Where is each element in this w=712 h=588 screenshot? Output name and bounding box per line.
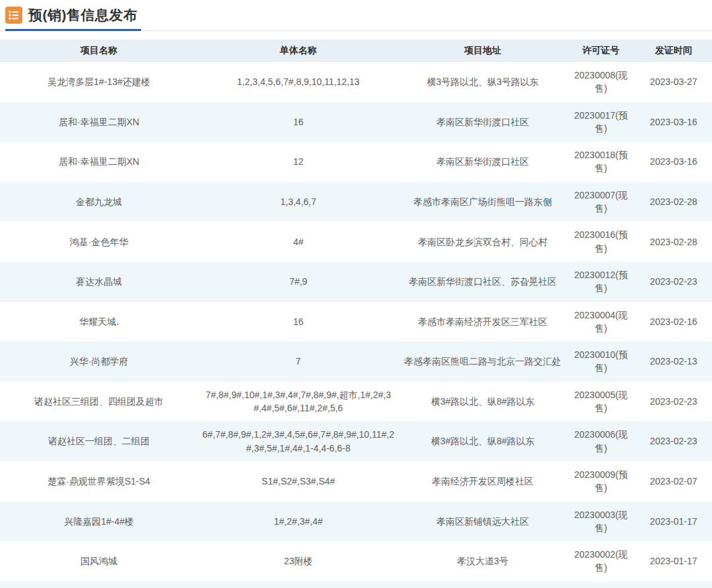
cell-project-name: 居和·幸福里二期XN: [0, 102, 198, 142]
cell-issue-date: 2023-02-23: [635, 262, 712, 302]
cell-unit-name: 16: [198, 102, 399, 142]
cell-unit-name: 1,2,3,4,5,6,7#,8,9,10,11,12,13: [198, 62, 399, 102]
cell-license-number: 20230018(预售): [567, 142, 636, 182]
cell-project-address: 横3号路以北、纵3号路以东: [399, 62, 567, 102]
col-header-project: 项目名称: [0, 40, 198, 62]
cell-project-name: 赛达水晶城: [0, 262, 198, 302]
cell-license-number: 20230004(现售): [567, 302, 636, 342]
table-row: 楚霖·鼎观世界紫境S1-S4 S1#,S2#,S3#,S4# 孝南经济开发区周楼…: [0, 461, 712, 502]
cell-project-address: 孝南区新华街渡口社区、苏旮晃社区: [399, 262, 567, 302]
cell-unit-name: 16: [198, 302, 399, 342]
table-row: 居和·幸福里二期XN 16 孝南区新华街渡口社区 20230017(预售) 20…: [0, 102, 712, 142]
cell-project-address: 孝汉大道3号: [399, 541, 567, 581]
cell-unit-name: S1#,S2#,S3#,S4#: [198, 461, 399, 502]
cell-project-address: 孝感市临空经济区科创路以北: [399, 581, 567, 588]
cell-unit-name: 7#,9: [198, 262, 399, 302]
cell-license-number: 20230009(预售): [567, 461, 636, 502]
table-row: 清控科创（孝感）创新基地（一期） G2,G4,G5 孝感市临空经济区科创路以北 …: [0, 581, 712, 588]
cell-unit-name: 7: [198, 341, 399, 382]
cell-license-number: 20230006(预售): [567, 581, 636, 588]
cell-license-number: 20230012(预售): [567, 262, 636, 302]
cell-unit-name: G2,G4,G5: [198, 581, 399, 588]
col-header-unit: 单体名称: [198, 40, 399, 62]
title-divider-accent: [5, 29, 141, 31]
cell-license-number: 20230003(现售): [567, 502, 636, 542]
cell-license-number: 20230017(预售): [567, 102, 636, 142]
table-row: 吴龙湾多层1#-13#还建楼 1,2,3,4,5,6,7#,8,9,10,11,…: [0, 62, 712, 102]
cell-issue-date: 2023-02-28: [635, 221, 712, 262]
cell-license-number: 20230005(现售): [567, 382, 636, 422]
cell-license-number: 20230006(现售): [567, 421, 636, 461]
cell-issue-date: 2023-02-13: [635, 341, 712, 382]
cell-issue-date: 2023-02-28: [635, 182, 712, 222]
cell-issue-date: 2023-01-17: [635, 502, 712, 542]
table-head: 项目名称 单体名称 项目地址 许可证号 发证时间: [0, 40, 712, 62]
table-row: 赛达水晶城 7#,9 孝南区新华街渡口社区、苏旮晃社区 20230012(预售)…: [0, 262, 712, 302]
list-icon: [5, 7, 22, 24]
table-row: 国风鸿城 23附楼 孝汉大道3号 20230002(现售) 2023-01-17: [0, 541, 712, 581]
table-row: 诸赵社区一组团、二组团 6#,7#,8#,9#,1,2#,3#,4,5#,6#,…: [0, 421, 712, 461]
table-row: 金都九龙城 1,3,4,6,7 孝感市孝南区广场街熊咀一路东侧 20230007…: [0, 182, 712, 222]
cell-issue-date: 2023-03-27: [635, 62, 712, 102]
col-header-address: 项目地址: [399, 40, 567, 62]
table-row: 鸿基·金色年华 4# 孝南区卧龙乡滨双合村、同心村 20230016(预售) 2…: [0, 221, 712, 262]
cell-project-name: 兴华·尚都学府: [0, 341, 198, 382]
presale-info-page: 预(销)售信息发布 项目名称 单体名称 项目地址 许可证号 发证时间 吴龙湾多层…: [0, 0, 712, 588]
col-header-license: 许可证号: [567, 40, 636, 62]
cell-unit-name: 12: [198, 142, 399, 182]
cell-issue-date: 2023-02-23: [635, 382, 712, 422]
cell-project-name: 居和·幸福里二期XN: [0, 142, 198, 182]
table-body: 吴龙湾多层1#-13#还建楼 1,2,3,4,5,6,7#,8,9,10,11,…: [0, 62, 712, 588]
table-row: 兴华·尚都学府 7 孝感孝南区熊咀二路与北京一路交汇处 20230010(预售)…: [0, 341, 712, 382]
cell-project-name: 诸赵社区一组团、二组团: [0, 421, 198, 461]
cell-project-name: 鸿基·金色年华: [0, 221, 198, 262]
cell-unit-name: 23附楼: [198, 541, 399, 581]
cell-project-address: 孝南区新铺镇远大社区: [399, 502, 567, 542]
cell-unit-name: 6#,7#,8#,9#,1,2#,3#,4,5#,6#,7#,8#,9#,10,…: [198, 421, 399, 461]
cell-issue-date: 2023-03-16: [635, 142, 712, 182]
cell-project-name: 楚霖·鼎观世界紫境S1-S4: [0, 461, 198, 502]
cell-license-number: 20230008(现售): [567, 62, 636, 102]
cell-project-name: 诸赵社区三组团、四组团及超市: [0, 382, 198, 422]
cell-project-address: 孝感市孝南经济开发区三军社区: [399, 302, 567, 342]
cell-unit-name: 1,3,4,6,7: [198, 182, 399, 222]
cell-issue-date: 2023-01-17: [635, 541, 712, 581]
cell-issue-date: 2023-01-16: [635, 581, 712, 588]
title-divider: [0, 29, 712, 31]
cell-project-name: 吴龙湾多层1#-13#还建楼: [0, 62, 198, 102]
cell-license-number: 20230010(预售): [567, 341, 636, 382]
cell-license-number: 20230002(现售): [567, 541, 636, 581]
table-row: 居和·幸福里二期XN 12 孝南区新华街渡口社区 20230018(预售) 20…: [0, 142, 712, 182]
cell-issue-date: 2023-02-23: [635, 421, 712, 461]
cell-issue-date: 2023-02-07: [635, 461, 712, 502]
cell-project-address: 孝南经济开发区周楼社区: [399, 461, 567, 502]
cell-unit-name: 7#,8#,9#,10#,1#,3#,4#,7#,8#,9#,超市,1#,2#,…: [198, 382, 399, 422]
cell-project-name: 华耀天城.: [0, 302, 198, 342]
cell-project-address: 横3#路以北、纵8#路以东: [399, 421, 567, 461]
cell-project-name: 金都九龙城: [0, 182, 198, 222]
cell-project-address: 孝感孝南区熊咀二路与北京一路交汇处: [399, 341, 567, 382]
table-row: 诸赵社区三组团、四组团及超市 7#,8#,9#,10#,1#,3#,4#,7#,…: [0, 382, 712, 422]
page-header: 预(销)售信息发布: [0, 0, 712, 29]
cell-project-address: 横3#路以北、纵8#路以东: [399, 382, 567, 422]
cell-project-address: 孝南区卧龙乡滨双合村、同心村: [399, 221, 567, 262]
presale-table: 项目名称 单体名称 项目地址 许可证号 发证时间 吴龙湾多层1#-13#还建楼 …: [0, 40, 712, 588]
cell-unit-name: 1#,2#,3#,4#: [198, 502, 399, 542]
page-title: 预(销)售信息发布: [28, 6, 138, 24]
table-row: 兴隆嘉园1#-4#楼 1#,2#,3#,4# 孝南区新铺镇远大社区 202300…: [0, 502, 712, 542]
cell-project-name: 兴隆嘉园1#-4#楼: [0, 502, 198, 542]
cell-project-address: 孝南区新华街渡口社区: [399, 142, 567, 182]
table-header-row: 项目名称 单体名称 项目地址 许可证号 发证时间: [0, 40, 712, 62]
cell-project-name: 清控科创（孝感）创新基地（一期）: [0, 581, 198, 588]
cell-unit-name: 4#: [198, 221, 399, 262]
cell-license-number: 20230016(预售): [567, 221, 636, 262]
cell-issue-date: 2023-02-16: [635, 302, 712, 342]
cell-project-name: 国风鸿城: [0, 541, 198, 581]
cell-project-address: 孝南区新华街渡口社区: [399, 102, 567, 142]
cell-license-number: 20230007(现售): [567, 182, 636, 222]
cell-project-address: 孝感市孝南区广场街熊咀一路东侧: [399, 182, 567, 222]
col-header-date: 发证时间: [635, 40, 712, 62]
cell-issue-date: 2023-03-16: [635, 102, 712, 142]
table-row: 华耀天城. 16 孝感市孝南经济开发区三军社区 20230004(现售) 202…: [0, 302, 712, 342]
